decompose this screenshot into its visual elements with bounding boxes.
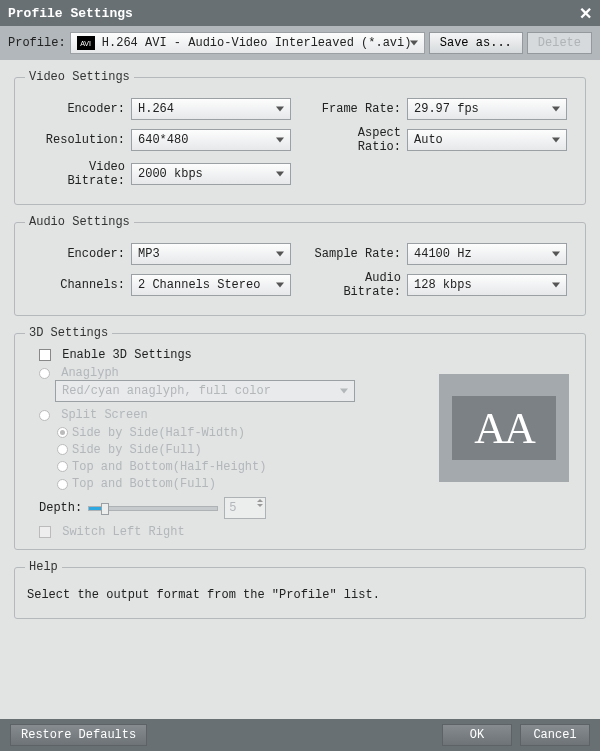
chevron-down-icon [276,138,284,143]
resolution-combo[interactable]: 640*480 [131,129,291,151]
delete-button: Delete [527,32,592,54]
video-bitrate-label: Video Bitrate: [25,160,125,188]
video-settings-group: Video Settings Encoder: H.264 Frame Rate… [14,70,586,205]
audio-legend: Audio Settings [25,215,134,229]
chevron-down-icon [276,172,284,177]
samplerate-label: Sample Rate: [311,247,401,261]
ok-button[interactable]: OK [442,724,512,746]
sbs-half-radio [57,427,68,438]
channels-combo[interactable]: 2 Channels Stereo [131,274,291,296]
dialog-body: Video Settings Encoder: H.264 Frame Rate… [0,60,600,719]
sbs-full-radio [57,444,68,455]
close-icon[interactable]: ✕ [579,4,592,23]
depth-label: Depth: [39,501,82,515]
split-label: Split Screen [61,408,147,422]
anaglyph-combo: Red/cyan anaglyph, full color [55,380,355,402]
help-text: Select the output format from the "Profi… [25,582,575,608]
anaglyph-radio [39,368,50,379]
depth-spinner: 5 [224,497,266,519]
resolution-label: Resolution: [25,133,125,147]
aspect-combo[interactable]: Auto [407,129,567,151]
titlebar: Profile Settings ✕ [0,0,600,26]
avi-icon: AVI [77,36,95,50]
split-radio [39,410,50,421]
chevron-down-icon [552,138,560,143]
switch-lr-checkbox [39,526,51,538]
video-encoder-combo[interactable]: H.264 [131,98,291,120]
framerate-label: Frame Rate: [311,102,401,116]
3d-legend: 3D Settings [25,326,112,340]
window-title: Profile Settings [8,6,133,21]
profile-combo[interactable]: AVI H.264 AVI - Audio-Video Interleaved … [70,32,425,54]
profile-label: Profile: [8,36,66,50]
channels-label: Channels: [25,278,125,292]
profile-value: H.264 AVI - Audio-Video Interleaved (*.a… [102,36,412,50]
switch-lr-label: Switch Left Right [62,525,184,539]
save-as-button[interactable]: Save as... [429,32,523,54]
framerate-combo[interactable]: 29.97 fps [407,98,567,120]
help-group: Help Select the output format from the "… [14,560,586,619]
chevron-down-icon [410,41,418,46]
video-bitrate-combo[interactable]: 2000 kbps [131,163,291,185]
chevron-down-icon [552,252,560,257]
help-legend: Help [25,560,62,574]
chevron-down-icon [276,252,284,257]
enable-3d-checkbox[interactable] [39,349,51,361]
enable-3d-label: Enable 3D Settings [62,348,192,362]
chevron-down-icon [552,107,560,112]
profile-row: Profile: AVI H.264 AVI - Audio-Video Int… [0,26,600,60]
cancel-button[interactable]: Cancel [520,724,590,746]
slider-thumb[interactable] [101,503,109,515]
footer: Restore Defaults OK Cancel [0,719,600,751]
audio-settings-group: Audio Settings Encoder: MP3 Sample Rate:… [14,215,586,316]
tb-half-radio [57,461,68,472]
3d-preview: AA [439,374,569,482]
chevron-down-icon [276,107,284,112]
tb-full-radio [57,479,68,490]
audio-bitrate-combo[interactable]: 128 kbps [407,274,567,296]
chevron-down-icon [552,283,560,288]
3d-settings-group: 3D Settings Enable 3D Settings Anaglyph … [14,326,586,550]
anaglyph-label: Anaglyph [61,366,119,380]
samplerate-combo[interactable]: 44100 Hz [407,243,567,265]
video-encoder-label: Encoder: [25,102,125,116]
depth-slider[interactable] [88,506,218,511]
profile-settings-window: Profile Settings ✕ Profile: AVI H.264 AV… [0,0,600,751]
restore-defaults-button[interactable]: Restore Defaults [10,724,147,746]
audio-encoder-combo[interactable]: MP3 [131,243,291,265]
video-legend: Video Settings [25,70,134,84]
audio-encoder-label: Encoder: [25,247,125,261]
chevron-down-icon [340,389,348,394]
audio-bitrate-label: Audio Bitrate: [311,271,401,299]
aspect-label: Aspect Ratio: [311,126,401,154]
chevron-down-icon [276,283,284,288]
